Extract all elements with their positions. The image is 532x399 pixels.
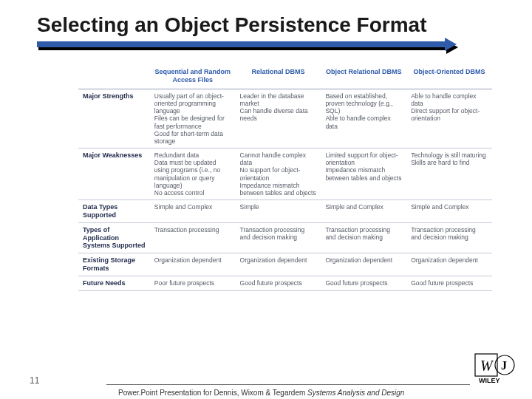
cell-line: Usually part of an object-oriented progr… xyxy=(154,92,231,115)
table-cell: Good future prospects xyxy=(321,276,406,290)
table-cell: Simple xyxy=(236,200,321,223)
cell-line: Technology is still maturing xyxy=(411,151,488,159)
cell-line: Files can be designed for fast performan… xyxy=(154,115,231,129)
cell-line: Transaction processing and decision maki… xyxy=(325,226,402,241)
col-head-relational: Relational DBMS xyxy=(236,65,321,89)
svg-text:J: J xyxy=(501,359,507,372)
table-cell: Limited support for object-orientationIm… xyxy=(321,149,406,200)
cell-line: Simple and Complex xyxy=(154,203,231,211)
table-cell: Simple and Complex xyxy=(406,200,492,223)
row-head: Major Weaknesses xyxy=(78,149,150,200)
cell-line: Skills are hard to find xyxy=(411,159,488,166)
footer-line1-prefix: Power.Point Presentation for Dennis, Wix… xyxy=(118,389,307,397)
cell-line: Organization dependent xyxy=(325,256,402,264)
cell-line: No access control xyxy=(154,189,231,197)
table-row: Major StrengthsUsually part of an object… xyxy=(78,89,492,148)
table-cell: Redundant dataData must be updated using… xyxy=(150,149,236,200)
cell-line: Redundant data xyxy=(154,151,231,159)
cell-line: Simple and Complex xyxy=(411,203,488,211)
table-cell: Technology is still maturingSkills are h… xyxy=(406,149,492,200)
table-cell: Organization dependent xyxy=(406,253,492,276)
header-row: Sequential and Random Access Files Relat… xyxy=(78,65,492,89)
table-cell: Leader in the database marketCan handle … xyxy=(236,89,321,148)
wiley-logo-icon: W J WILEY xyxy=(474,353,516,384)
row-head: Types of Application Systems Supported xyxy=(78,222,150,253)
cell-line: Good future prospects xyxy=(411,279,488,287)
cell-line: Good future prospects xyxy=(325,279,402,287)
footer-rule xyxy=(106,384,470,385)
cell-line: Impedance mismatch between tables and ob… xyxy=(240,182,317,197)
cell-line: Simple xyxy=(240,203,317,211)
col-head-files: Sequential and Random Access Files xyxy=(150,65,236,89)
cell-line: Able to handle complex data xyxy=(325,115,402,129)
table-cell: Transaction processing xyxy=(150,222,236,253)
cell-line: Transaction processing and decision maki… xyxy=(240,226,317,241)
table-cell: Organization dependent xyxy=(236,253,321,276)
svg-text:W: W xyxy=(480,358,494,374)
footer-line1-em: Systems Analysis and Design xyxy=(307,389,404,397)
table-row: Existing Storage FormatsOrganization dep… xyxy=(78,253,492,276)
table-row: Data Types SupportedSimple and ComplexSi… xyxy=(78,200,492,223)
cell-line: Direct support for object-orientation xyxy=(411,107,488,122)
table-cell: Based on established, proven technology … xyxy=(321,89,406,148)
cell-line: Good for short-term data storage xyxy=(154,130,231,145)
table-row: Major WeaknessesRedundant dataData must … xyxy=(78,149,492,200)
cell-line: Able to handle complex data xyxy=(411,92,488,107)
table-cell: Transaction processing and decision maki… xyxy=(236,222,321,253)
publisher-logo: W J WILEY xyxy=(474,353,516,384)
slide-number: 11 xyxy=(30,375,39,386)
cell-line: Based on established, proven technology … xyxy=(325,92,402,115)
table-cell: Transaction processing and decision maki… xyxy=(406,222,492,253)
cell-line: Transaction processing and decision maki… xyxy=(411,226,488,241)
table-cell: Good future prospects xyxy=(236,276,321,290)
cell-line: Can handle diverse data needs xyxy=(240,107,317,122)
comparison-table-wrap: Sequential and Random Access Files Relat… xyxy=(78,65,492,290)
logo-brand-text: WILEY xyxy=(479,377,500,384)
cell-line: Simple and Complex xyxy=(325,203,402,211)
table-cell: Good future prospects xyxy=(406,276,492,290)
col-head-blank xyxy=(78,65,150,89)
row-head: Existing Storage Formats xyxy=(78,253,150,276)
cell-line: Cannot handle complex data xyxy=(240,151,317,166)
cell-line: Impedance mismatch between tables and ob… xyxy=(325,166,402,181)
table-cell: Poor future prospects xyxy=(150,276,236,290)
cell-line: No support for object-orientation xyxy=(240,166,317,181)
cell-line: Data must be updated using programs (i.e… xyxy=(154,159,231,189)
col-head-oodbms: Object-Oriented DBMS xyxy=(406,65,492,89)
table-cell: Organization dependent xyxy=(150,253,236,276)
footer-text: Power.Point Presentation for Dennis, Wix… xyxy=(118,389,464,399)
table-row: Future NeedsPoor future prospectsGood fu… xyxy=(78,276,492,290)
table-cell: Simple and Complex xyxy=(321,200,406,223)
cell-line: Good future prospects xyxy=(240,279,317,287)
cell-line: Limited support for object-orientation xyxy=(325,151,402,166)
cell-line: Organization dependent xyxy=(240,256,317,264)
table-cell: Simple and Complex xyxy=(150,200,236,223)
table-cell: Able to handle complex dataDirect suppor… xyxy=(406,89,492,148)
cell-line: Leader in the database market xyxy=(240,92,317,107)
row-head: Data Types Supported xyxy=(78,200,150,223)
table-cell: Cannot handle complex dataNo support for… xyxy=(236,149,321,200)
slide-title: Selecting an Object Persistence Format xyxy=(37,13,502,37)
table-row: Types of Application Systems SupportedTr… xyxy=(78,222,492,253)
cell-line: Organization dependent xyxy=(411,256,488,264)
table-cell: Usually part of an object-oriented progr… xyxy=(150,89,236,148)
row-head: Major Strengths xyxy=(78,89,150,148)
title-underline-arrow xyxy=(37,41,502,52)
cell-line: Transaction processing xyxy=(154,226,231,233)
table-cell: Organization dependent xyxy=(321,253,406,276)
table-cell: Transaction processing and decision maki… xyxy=(321,222,406,253)
row-head: Future Needs xyxy=(78,276,150,290)
cell-line: Poor future prospects xyxy=(154,279,231,287)
col-head-ordbms: Object Relational DBMS xyxy=(321,65,406,89)
comparison-table: Sequential and Random Access Files Relat… xyxy=(78,65,492,290)
cell-line: Organization dependent xyxy=(154,256,231,264)
